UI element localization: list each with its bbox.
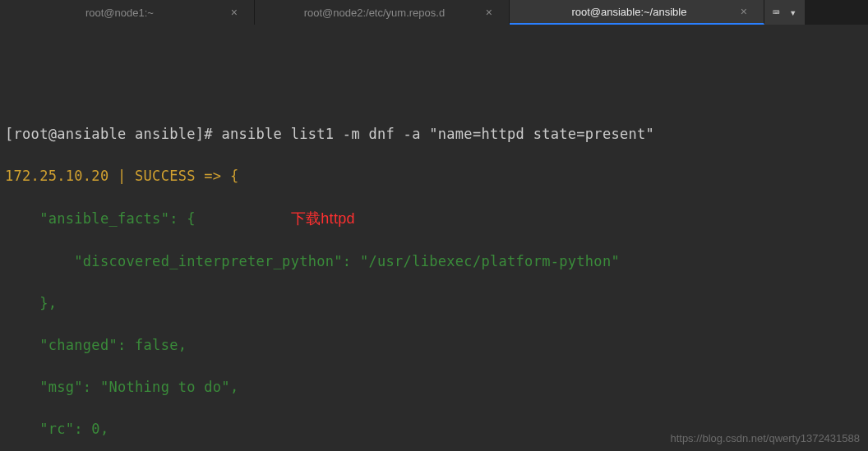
keyboard-icon[interactable]: ⌨ xyxy=(773,6,779,19)
terminal-output[interactable]: [root@ansiable ansible]# ansible list1 -… xyxy=(0,25,868,451)
close-icon[interactable]: × xyxy=(486,6,492,19)
shell-prompt: [root@ansiable ansible]# xyxy=(5,126,221,142)
annotation-text: 下载httpd xyxy=(291,210,355,227)
output-line: }, xyxy=(5,293,863,315)
command-text: ansible list1 -m dnf -a "name=httpd stat… xyxy=(221,126,654,142)
tab-bar: root@node1:~ × root@node2:/etc/yum.repos… xyxy=(0,0,868,25)
json-key: "ansible_facts": { xyxy=(5,210,196,227)
menu-dropdown-icon[interactable]: ▾ xyxy=(789,6,796,19)
tab-label: root@ansiable:~/ansible xyxy=(526,6,732,18)
output-line: "discovered_interpreter_python": "/usr/l… xyxy=(5,251,863,273)
watermark-text: https://blog.csdn.net/qwerty1372431588 xyxy=(670,432,860,444)
toolbar-icons: ⌨ ▾ xyxy=(764,0,805,25)
tab-label: root@node1:~ xyxy=(16,7,223,19)
output-line: "ansible_facts": { 下载httpd xyxy=(5,208,863,230)
prompt-line: [root@ansiable ansible]# ansible list1 -… xyxy=(5,124,863,145)
tab-node1[interactable]: root@node1:~ × xyxy=(0,0,255,25)
close-icon[interactable]: × xyxy=(741,5,747,18)
output-line: 172.25.10.20 | SUCCESS => { xyxy=(5,166,863,187)
tab-label: root@node2:/etc/yum.repos.d xyxy=(271,7,478,19)
host-result-header: 172.25.10.20 | SUCCESS => { xyxy=(5,168,238,184)
tab-node2[interactable]: root@node2:/etc/yum.repos.d × xyxy=(255,0,510,25)
output-line: "msg": "Nothing to do", xyxy=(5,377,863,398)
output-line: "changed": false, xyxy=(5,335,863,357)
tab-ansiable[interactable]: root@ansiable:~/ansible × xyxy=(510,0,764,25)
close-icon[interactable]: × xyxy=(231,6,238,19)
